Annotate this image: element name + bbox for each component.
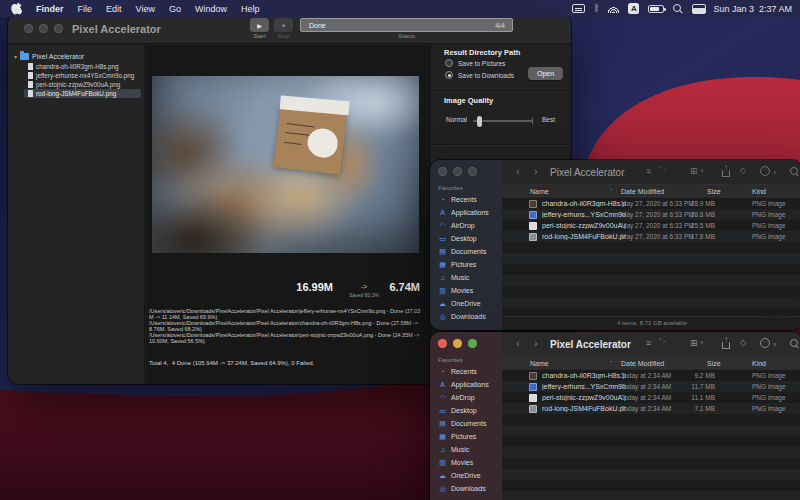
file-tree-sidebar: ▾ Pixel Accelerator chandra-oh-ii0R3gm-H… (8, 45, 145, 384)
close-button[interactable] (438, 167, 447, 176)
zoom-button[interactable] (468, 339, 477, 348)
sidebar-item[interactable]: ▤ Documents (430, 417, 502, 430)
share-button[interactable] (722, 342, 730, 349)
sidebar-item[interactable]: A Applications (430, 378, 502, 391)
group-view-button[interactable]: ⊞ ∨ (690, 338, 704, 348)
more-actions-button[interactable] (760, 166, 770, 176)
tag-button[interactable]: ◇ (740, 166, 746, 175)
bluetooth-icon[interactable]: ᛒ (594, 4, 599, 13)
sidebar-item[interactable]: ▥ Movies (430, 284, 502, 297)
file-row[interactable]: rod-long-JSM4FuFBokU.png Today at 2:34 A… (502, 403, 800, 414)
sidebar-item[interactable]: ◔ Recents (430, 365, 502, 378)
column-header-name[interactable]: Name (530, 360, 549, 367)
sidebar-item[interactable]: ◎ Downloads (430, 482, 502, 495)
sidebar-item[interactable]: ◎ Downloads (430, 310, 502, 323)
menu-item-help[interactable]: Help (241, 4, 260, 14)
close-button[interactable] (24, 24, 33, 33)
sidebar-item[interactable]: ▦ Pictures (430, 258, 502, 271)
disclosure-triangle-icon[interactable]: ▾ (14, 53, 17, 60)
slider-thumb[interactable] (477, 116, 482, 127)
sidebar-item[interactable]: ▦ Pictures (430, 430, 502, 443)
slider-track[interactable] (473, 120, 533, 122)
forward-button[interactable]: › (534, 337, 538, 349)
battery-icon[interactable] (648, 5, 664, 13)
spotlight-search-icon[interactable] (673, 4, 683, 14)
sidebar-item[interactable]: ☁ OneDrive (430, 469, 502, 482)
tag-button[interactable]: ◇ (740, 338, 746, 347)
list-view-button[interactable]: ≡⌃⌄ (646, 338, 652, 348)
wifi-icon[interactable] (608, 5, 619, 13)
more-actions-button[interactable] (760, 338, 770, 348)
menu-item-window[interactable]: Window (195, 4, 227, 14)
open-button[interactable]: Open (528, 67, 563, 80)
tree-file-row[interactable]: rod-long-JSM4FuFBokU.png (24, 89, 141, 98)
tree-file-row[interactable]: jeffery-erhunse-nx4YSxCmn9o.png (24, 71, 141, 80)
input-source-icon[interactable]: A (628, 3, 639, 14)
status-label: Status (300, 33, 513, 39)
zoom-button[interactable] (468, 167, 477, 176)
file-row[interactable]: chandra-oh-ii0R3gm-H8s.png May 27, 2020 … (502, 198, 800, 209)
search-icon[interactable] (790, 339, 800, 349)
file-row[interactable]: chandra-oh-ii0R3gm-H8s.png Today at 2:34… (502, 370, 800, 381)
minimize-button[interactable] (453, 339, 462, 348)
sidebar-item[interactable]: A Applications (430, 206, 502, 219)
sidebar-item[interactable]: ◔ Recents (430, 193, 502, 206)
radio-save-to-downloads[interactable]: Save to Downloads (445, 71, 514, 79)
file-row[interactable]: jeffery-erhuns...YSxCmn9o.png May 27, 20… (502, 209, 800, 220)
menu-bar-time: 2:37 AM (759, 4, 792, 14)
column-header-date[interactable]: Date Modified (621, 188, 664, 195)
column-header-kind[interactable]: Kind (752, 360, 766, 367)
sidebar-item[interactable]: ▭ Desktop (430, 404, 502, 417)
back-button[interactable]: ‹ (516, 165, 520, 177)
file-row[interactable]: peri-stojnic-zzpwZ9v00uA.png May 27, 202… (502, 220, 800, 231)
column-header-size[interactable]: Size (707, 360, 721, 367)
app-title-bar[interactable]: Pixel Accelerator ▶ ■ Start Stop Done 4/… (8, 14, 571, 44)
radio-circle-icon[interactable] (445, 59, 453, 67)
control-center-icon[interactable] (692, 4, 704, 14)
finder-toolbar[interactable]: ‹ › Pixel Accelerator ≡⌃⌄ ⊞ ∨ ◇ ∨ (502, 160, 800, 184)
sidebar-item[interactable]: ▤ Documents (430, 245, 502, 258)
column-header-kind[interactable]: Kind (752, 188, 766, 195)
file-row[interactable]: peri-stojnic-zzpwZ9v00uA.png Today at 2:… (502, 392, 800, 403)
sidebar-item[interactable]: ☁ OneDrive (430, 297, 502, 310)
menu-item-view[interactable]: View (136, 4, 155, 14)
menu-item-edit[interactable]: Edit (106, 4, 122, 14)
file-row[interactable]: jeffery-erhuns...YSxCmn9o.png Today at 2… (502, 381, 800, 392)
radio-selected-icon[interactable] (445, 71, 453, 79)
list-view-button[interactable]: ≡⌃⌄ (646, 166, 652, 176)
tree-file-row[interactable]: chandra-oh-ii0R3gm-H8s.png (24, 62, 141, 71)
zoom-button[interactable] (54, 24, 63, 33)
sidebar-item[interactable]: ◠ AirDrop (430, 219, 502, 232)
sidebar-item[interactable]: ◠ AirDrop (430, 391, 502, 404)
menu-bar-clock[interactable]: Sun Jan 3 2:37 AM (713, 4, 792, 14)
keyboard-brightness-icon[interactable] (572, 4, 585, 13)
apple-logo-icon[interactable] (11, 2, 22, 15)
minimize-button[interactable] (39, 24, 48, 33)
forward-button[interactable]: › (534, 165, 538, 177)
menu-item-file[interactable]: File (78, 4, 93, 14)
column-header-date[interactable]: Date Modified (621, 360, 664, 367)
quality-max-label: Best (542, 116, 555, 123)
column-header-size[interactable]: Size (707, 188, 721, 195)
sidebar-item[interactable]: ▥ Movies (430, 456, 502, 469)
minimize-button[interactable] (453, 167, 462, 176)
column-header-name[interactable]: Name (530, 188, 549, 195)
sidebar-item[interactable]: ♫ Music (430, 271, 502, 284)
back-button[interactable]: ‹ (516, 337, 520, 349)
group-view-button[interactable]: ⊞ ∨ (690, 166, 704, 176)
sidebar-item[interactable]: ▭ Desktop (430, 232, 502, 245)
close-button[interactable] (438, 339, 447, 348)
menu-item-finder[interactable]: Finder (36, 4, 64, 14)
radio-save-to-pictures[interactable]: Save to Pictures (445, 59, 505, 67)
share-button[interactable] (722, 170, 730, 177)
start-button[interactable]: ▶ (250, 18, 269, 32)
sidebar-item[interactable]: ♫ Music (430, 443, 502, 456)
finder-toolbar[interactable]: ‹ › Pixel Accelerator ≡⌃⌄ ⊞ ∨ ◇ ∨ (502, 332, 800, 356)
file-row[interactable]: rod-long-JSM4FuFBokU.png May 27, 2020 at… (502, 231, 800, 242)
tree-file-row[interactable]: peri-stojnic-zzpwZ9v00uA.png (24, 80, 141, 89)
stop-button[interactable]: ■ (274, 18, 293, 32)
tree-root-row[interactable]: ▾ Pixel Accelerator (8, 51, 144, 61)
menu-item-go[interactable]: Go (169, 4, 181, 14)
search-icon[interactable] (790, 167, 800, 177)
file-name: rod-long-JSM4FuFBokU.png (542, 405, 626, 412)
